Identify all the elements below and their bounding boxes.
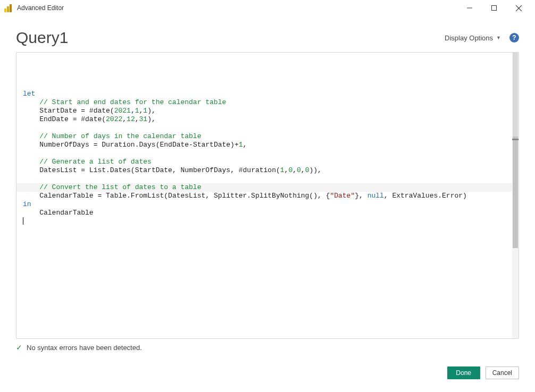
status-message: No syntax errors have been detected. [27,344,142,352]
help-icon[interactable]: ? [509,33,519,42]
close-button[interactable] [506,1,531,15]
text-cursor [23,217,23,225]
editor-container: let // Start and end dates for the calen… [16,52,519,339]
display-options-label: Display Options [445,34,493,42]
status-bar: ✓ No syntax errors have been detected. [16,343,519,352]
maximize-button[interactable] [482,1,506,15]
footer-buttons: Done Cancel [447,367,519,379]
header: Query1 Display Options ▼ ? [0,16,535,52]
check-icon: ✓ [16,343,22,352]
titlebar: Advanced Editor [0,0,535,16]
chevron-down-icon: ▼ [496,35,501,40]
cancel-button[interactable]: Cancel [486,367,519,379]
window-title: Advanced Editor [17,4,64,12]
window-controls [457,1,531,15]
code-content: let // Start and end dates for the calen… [23,81,515,226]
done-button[interactable]: Done [447,367,480,379]
svg-rect-1 [492,6,497,11]
powerbi-icon [4,4,13,12]
display-options-dropdown[interactable]: Display Options ▼ [445,34,501,42]
code-editor[interactable]: let // Start and end dates for the calen… [16,53,519,338]
minimize-button[interactable] [457,1,482,15]
query-name: Query1 [16,29,68,47]
